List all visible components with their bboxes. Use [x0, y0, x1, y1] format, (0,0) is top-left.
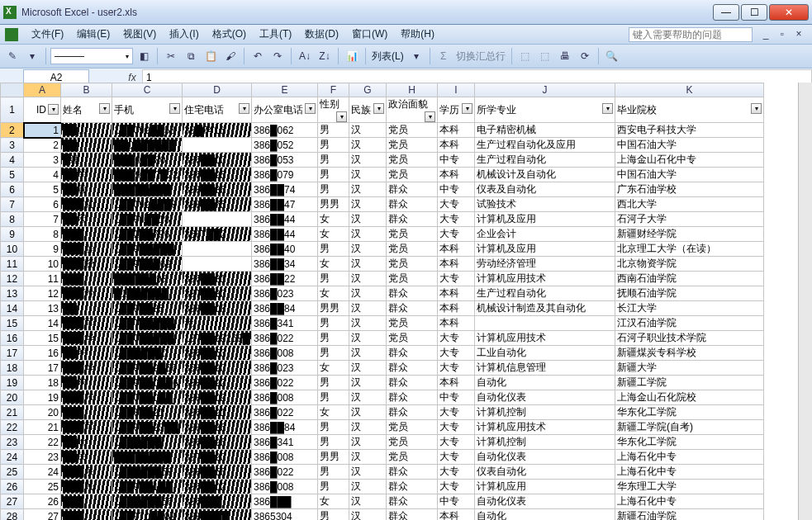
line-style-dropdown[interactable]: ———▾	[50, 48, 133, 64]
col-header-H[interactable]: H	[387, 83, 438, 87]
fx-icon[interactable]: fx	[122, 72, 142, 83]
col-header-K[interactable]: K	[615, 83, 764, 87]
menu-window[interactable]: 窗口(W)	[345, 26, 394, 43]
undo-icon[interactable]: ↶	[249, 47, 267, 65]
tool-icon-1: ⬚	[516, 47, 534, 65]
chart-icon[interactable]: 📊	[343, 47, 361, 65]
sort-asc-icon[interactable]: A↓	[296, 47, 314, 65]
menu-insert[interactable]: 插入(I)	[163, 26, 205, 43]
dropdown-icon[interactable]: ▾	[23, 47, 41, 65]
sort-desc-icon[interactable]: Z↓	[316, 47, 334, 65]
col-header-F[interactable]: F	[318, 83, 349, 87]
window-title: Microsoft Excel - user2.xls	[21, 7, 137, 18]
toggle-summary-button: 切换汇总行	[454, 50, 507, 64]
menu-bar: 文件(F) 编辑(E) 视图(V) 插入(I) 格式(O) 工具(T) 数据(D…	[0, 25, 812, 45]
redo-icon[interactable]: ↷	[268, 47, 287, 65]
refresh-icon[interactable]: ⟳	[576, 47, 594, 65]
zoom-icon[interactable]: 🔍	[603, 47, 621, 65]
format-painter-icon[interactable]: 🖌	[221, 47, 240, 65]
close-button[interactable]: ✕	[769, 4, 809, 21]
menu-format[interactable]: 格式(O)	[206, 26, 253, 43]
menu-tools[interactable]: 工具(T)	[253, 26, 298, 43]
col-header-J[interactable]: J	[475, 83, 615, 87]
col-header-D[interactable]: D	[183, 83, 252, 87]
menu-help[interactable]: 帮助(H)	[394, 26, 441, 43]
col-header-E[interactable]: E	[252, 83, 318, 87]
pen-icon[interactable]: ✎	[3, 47, 21, 65]
col-header-G[interactable]: G	[349, 83, 387, 87]
toolbar: ✎ ▾ ———▾ ◧ ✂ ⧉ 📋 🖌 ↶ ↷ A↓ Z↓ 📊 列表(L) ▾ Σ…	[0, 45, 812, 69]
maximize-button[interactable]: ☐	[741, 4, 767, 21]
title-bar: Microsoft Excel - user2.xls — ☐ ✕	[0, 0, 812, 25]
menu-edit[interactable]: 编辑(E)	[70, 26, 116, 43]
tool-icon-2: ⬚	[536, 47, 554, 65]
cut-icon[interactable]: ✂	[162, 47, 180, 65]
paste-icon[interactable]: 📋	[202, 47, 220, 65]
sigma-icon: Σ	[434, 47, 453, 65]
workbook-icon[interactable]	[5, 28, 18, 41]
minimize-button[interactable]: —	[713, 4, 739, 21]
vertical-scrollbar[interactable]	[798, 83, 812, 87]
col-header-B[interactable]: B	[61, 83, 112, 87]
menu-view[interactable]: 视图(V)	[116, 26, 163, 43]
mdi-minimize-button[interactable]: _	[759, 28, 772, 41]
mdi-close-button[interactable]: ×	[792, 28, 805, 41]
print-icon[interactable]: 🖶	[556, 47, 574, 65]
menu-data[interactable]: 数据(D)	[298, 26, 345, 43]
col-header-A[interactable]: A	[24, 83, 61, 87]
mdi-restore-button[interactable]: ▫	[776, 28, 789, 41]
list-button[interactable]: 列表(L)	[370, 50, 406, 64]
select-all-corner[interactable]	[1, 83, 24, 87]
excel-icon	[3, 6, 17, 19]
col-header-C[interactable]: C	[112, 83, 183, 87]
copy-icon[interactable]: ⧉	[182, 47, 200, 65]
col-header-I[interactable]: I	[438, 83, 475, 87]
color-icon[interactable]: ◧	[135, 47, 153, 65]
list-dropdown-icon[interactable]: ▾	[407, 47, 425, 65]
spreadsheet-grid[interactable]: A B C D E F G H I J K 1ID▾姓名▾手机▾住宅电话▾办公室…	[0, 83, 798, 87]
help-search-input[interactable]	[629, 27, 753, 42]
menu-file[interactable]: 文件(F)	[25, 26, 70, 43]
